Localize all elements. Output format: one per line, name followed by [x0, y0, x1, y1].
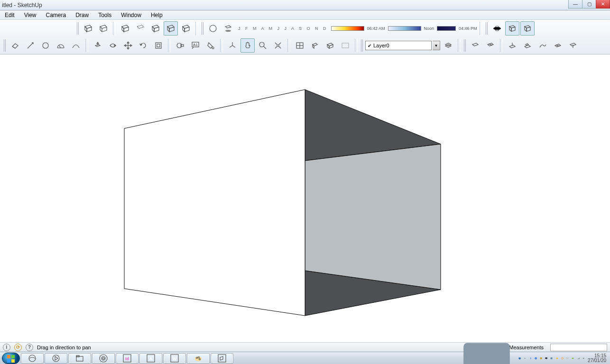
style-tool-7[interactable] [179, 21, 193, 36]
shadow-toggle[interactable] [221, 21, 235, 36]
style-tool-6[interactable] [164, 21, 178, 36]
view-iso-icon[interactable] [520, 21, 535, 36]
view-front-icon[interactable] [505, 21, 519, 36]
tray-monitor-icon[interactable] [545, 355, 547, 362]
line-tool[interactable] [23, 38, 37, 53]
zoom-extents-tool[interactable] [271, 38, 285, 53]
map-tool-4[interactable] [338, 38, 352, 53]
eraser-tool[interactable] [8, 38, 22, 53]
task-media[interactable] [45, 353, 67, 364]
followme-tool[interactable] [106, 38, 120, 53]
sandbox-tool-2[interactable] [483, 38, 498, 53]
axes-tool[interactable] [225, 38, 240, 53]
menu-draw[interactable]: Draw [71, 11, 93, 19]
task-acrobat[interactable]: A [139, 353, 162, 364]
rotate-tool[interactable] [136, 38, 150, 53]
menu-tools[interactable]: Tools [93, 11, 116, 19]
tray-bt2-icon[interactable] [535, 355, 537, 362]
move-tool[interactable] [121, 38, 135, 53]
sandbox-tool-4[interactable] [520, 38, 535, 53]
toolbar-row-1: i J F M A M J J A S O N D 06:42 AM Noon … [0, 20, 610, 37]
layer-dropdown-arrow[interactable]: ▼ [433, 41, 440, 50]
tray-wifi-icon[interactable] [577, 355, 580, 362]
maximize-button[interactable]: ▢ [582, 0, 596, 9]
task-chrome[interactable] [92, 353, 115, 364]
menu-view[interactable]: View [19, 11, 41, 19]
task-paint[interactable] [187, 353, 210, 364]
tray-sync-icon[interactable] [561, 355, 564, 362]
style-tool-4[interactable] [133, 21, 148, 36]
help-icon[interactable]: ? [26, 344, 33, 351]
tray-up-icon[interactable] [524, 355, 526, 362]
paint-tool[interactable] [203, 38, 218, 53]
task-ie[interactable] [21, 353, 44, 364]
menu-camera[interactable]: Camera [41, 11, 71, 19]
sandbox-tool-1[interactable] [468, 38, 482, 53]
toolbar-grip[interactable] [4, 39, 6, 52]
style-tool-3[interactable] [118, 21, 132, 36]
sandbox-tool-5[interactable] [536, 38, 550, 53]
orbit-icon[interactable] [490, 21, 504, 36]
layer-manager-icon[interactable] [441, 38, 455, 53]
zoom-tool[interactable] [256, 38, 270, 53]
menu-help[interactable]: Help [146, 11, 167, 19]
status-icon-1[interactable]: i [3, 344, 10, 351]
task-word[interactable]: W [163, 353, 186, 364]
toolbar-grip[interactable] [202, 22, 204, 35]
sandbox-tool-7[interactable] [566, 38, 580, 53]
toolbar-grip[interactable] [464, 39, 466, 52]
style-tool-2[interactable] [96, 21, 111, 36]
sunrise-label: 06:42 AM [367, 26, 385, 31]
svg-text:W: W [173, 356, 177, 361]
scale-tool[interactable] [151, 38, 166, 53]
tape-tool[interactable] [173, 38, 187, 53]
task-explorer[interactable] [68, 353, 91, 364]
svg-rect-121 [546, 359, 546, 359]
sun-gradient[interactable] [331, 26, 364, 31]
task-indesign[interactable]: Id [116, 353, 139, 364]
toolbar-grip[interactable] [486, 22, 488, 35]
model-viewport[interactable] [0, 55, 610, 342]
info-button[interactable]: i [206, 21, 220, 36]
text-tool[interactable]: A1 [188, 38, 203, 53]
svg-point-123 [562, 357, 564, 359]
sandbox-tool-3[interactable] [505, 38, 519, 53]
pushpull-tool[interactable] [91, 38, 105, 53]
menu-edit[interactable]: Edit [0, 11, 19, 19]
tray-app-icon[interactable] [540, 355, 542, 362]
minimize-button[interactable]: — [568, 0, 582, 9]
tray-battery-icon[interactable] [572, 355, 574, 362]
toolbar-grip[interactable] [77, 22, 79, 35]
taskbar-clock[interactable]: 15:15 27/01/20 [588, 354, 606, 363]
style-tool-5[interactable] [148, 21, 163, 36]
circle-tool[interactable] [38, 38, 53, 53]
tray-volume-icon[interactable] [582, 355, 585, 362]
clock-time: 15:15 [588, 354, 606, 358]
task-sketchup[interactable] [211, 353, 233, 364]
map-tool-3[interactable] [323, 38, 337, 53]
pan-tool[interactable] [240, 38, 255, 53]
status-icon-2[interactable]: ⟳ [14, 344, 22, 351]
tray-shield-icon[interactable] [556, 355, 558, 362]
sandbox-tool-6[interactable] [551, 38, 565, 53]
start-button[interactable] [2, 353, 20, 364]
map-tool-1[interactable] [293, 38, 307, 53]
tray-app2-icon[interactable] [550, 355, 553, 362]
toolbar-grip[interactable] [361, 39, 363, 52]
tray-flag-icon[interactable] [566, 355, 569, 362]
month-strip[interactable]: J F M A M J J A S O N D [236, 26, 330, 31]
evening-gradient[interactable] [437, 26, 456, 31]
arc-tool[interactable] [69, 38, 83, 53]
protractor-tool[interactable] [54, 38, 68, 53]
tray-bluetooth-icon[interactable] [529, 355, 532, 362]
layer-dropdown[interactable]: ✔ Layer0 [365, 41, 432, 50]
close-button[interactable]: ✕ [596, 0, 610, 9]
style-tool-1[interactable] [81, 21, 95, 36]
svg-marker-20 [183, 27, 185, 32]
separator [168, 39, 171, 52]
tray-help-icon[interactable]: ? [518, 355, 521, 362]
map-tool-2[interactable] [308, 38, 322, 53]
tray-keyboard-icon[interactable] [460, 331, 516, 364]
day-gradient[interactable] [388, 26, 421, 31]
menu-window[interactable]: Window [116, 11, 146, 19]
